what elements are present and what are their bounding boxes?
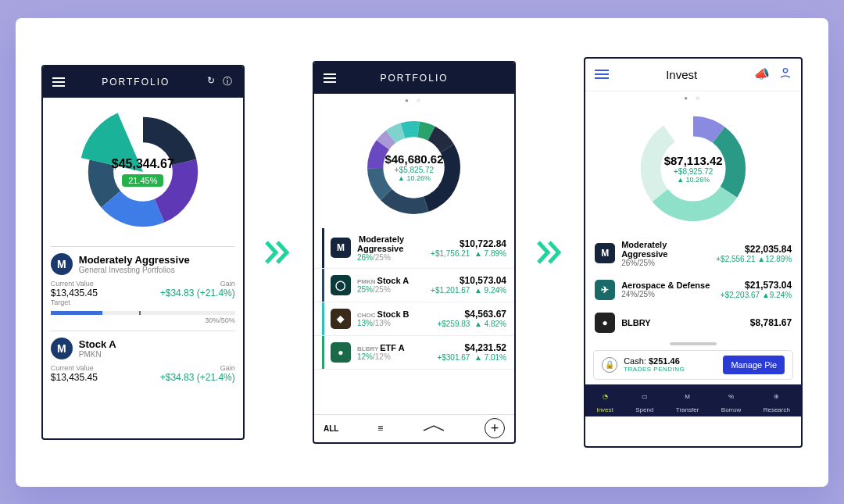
phone-screen-1: PORTFOLIO ↻ ⓘ $45,344.67 21.45% M bbox=[41, 65, 245, 440]
holding-row[interactable]: ◆ CHOCStock B 13%/13% $4,563.67 +$259.83… bbox=[314, 302, 514, 336]
holding-name: Moderately Aggressive bbox=[79, 254, 190, 266]
holding-gain: +$1,201.67 ▲ 9.24% bbox=[431, 286, 506, 295]
holding-icon: ◆ bbox=[331, 309, 351, 329]
holding-icon: M bbox=[595, 243, 615, 263]
portfolio-donut-chart[interactable]: $45,344.67 21.45% bbox=[43, 98, 243, 246]
holding-subtitle: General Investing Portfolios bbox=[79, 266, 190, 274]
page-dots[interactable]: ● ○ bbox=[585, 91, 801, 105]
header-title: PORTFOLIO bbox=[65, 77, 207, 88]
profile-icon[interactable] bbox=[779, 66, 792, 82]
sort-icon[interactable]: ≡ bbox=[377, 423, 383, 434]
current-value: $13,435.45 bbox=[51, 372, 98, 383]
holding-gain: +$259.83 ▲ 4.82% bbox=[437, 320, 506, 328]
holding-icon: ✈ bbox=[595, 280, 615, 300]
portfolio-donut-chart[interactable]: $46,680.62 +$5,825.72 ▲ 10.26% bbox=[314, 107, 514, 228]
announce-icon[interactable]: 📣 bbox=[754, 66, 770, 82]
holding-gain: +$2,203.67 ▲9.24% bbox=[721, 291, 792, 299]
holding-pct: 12%/12% bbox=[357, 352, 431, 361]
header-bar: Invest 📣 bbox=[585, 59, 801, 91]
gain-value: +$34.83 (+21.4%) bbox=[160, 372, 235, 383]
portfolio-total: $45,344.67 bbox=[112, 157, 174, 171]
borrow-icon: % bbox=[724, 389, 739, 405]
spend-icon: ▭ bbox=[637, 389, 653, 405]
research-icon: ⊕ bbox=[769, 389, 785, 405]
add-button[interactable]: + bbox=[485, 418, 505, 438]
holding-value: $10,722.84 bbox=[431, 238, 506, 249]
cash-label: Cash: $251.46 bbox=[624, 356, 685, 366]
portfolio-pct-badge: 21.45% bbox=[122, 174, 163, 187]
holding-row[interactable]: ● BLBRY $8,781.67 bbox=[585, 306, 801, 339]
invest-gain: +$8,925.72 bbox=[664, 167, 723, 176]
menu-icon[interactable] bbox=[324, 73, 336, 83]
info-icon[interactable]: ⓘ bbox=[223, 75, 234, 88]
holding-gain: +$301.67 ▲ 7.01% bbox=[437, 353, 506, 362]
invest-donut-chart[interactable]: $87,113.42 +$8,925.72 ▲ 10.26% bbox=[585, 105, 801, 234]
holding-card[interactable]: M Moderately Aggressive General Investin… bbox=[51, 246, 235, 331]
holding-value: $10,573.04 bbox=[431, 275, 506, 286]
holding-name: CHOCStock B bbox=[357, 309, 431, 319]
header-bar: PORTFOLIO ↻ ⓘ bbox=[43, 66, 243, 98]
holding-icon: ◯ bbox=[331, 275, 351, 295]
nav-transfer[interactable]: MTransfer bbox=[676, 389, 699, 413]
target-value: 30%/50% bbox=[205, 316, 235, 324]
nav-borrow[interactable]: %Borrow bbox=[721, 389, 741, 413]
nav-invest[interactable]: ◔Invest bbox=[596, 389, 613, 413]
holding-pct: 26%/25% bbox=[621, 259, 710, 267]
invest-pct: ▲ 10.26% bbox=[664, 176, 723, 184]
menu-icon[interactable] bbox=[595, 70, 609, 79]
invest-total: $87,113.42 bbox=[664, 154, 723, 167]
collapse-icon[interactable] bbox=[422, 421, 445, 435]
portfolio-pct: ▲ 10.26% bbox=[384, 174, 443, 182]
holding-row[interactable]: M Moderately Aggressive 26%/25% $10,722.… bbox=[314, 228, 514, 269]
holding-row[interactable]: M Moderately Aggressive 26%/25% $22,035.… bbox=[585, 234, 801, 273]
holding-value: $8,781.67 bbox=[750, 317, 792, 328]
holding-value: $21,573.04 bbox=[721, 280, 792, 291]
holding-pct: 24%/25% bbox=[621, 290, 714, 298]
holding-value: $4,563.67 bbox=[437, 309, 506, 320]
holding-row[interactable]: ✈ Aerospace & Defense 24%/25% $21,573.04… bbox=[585, 273, 801, 306]
refresh-icon[interactable]: ↻ bbox=[207, 75, 216, 88]
header-title: PORTFOLIO bbox=[336, 73, 492, 84]
comparison-stage: PORTFOLIO ↻ ⓘ $45,344.67 21.45% M bbox=[16, 18, 828, 487]
header-title: Invest bbox=[666, 68, 697, 81]
m-logo-icon: M bbox=[51, 338, 73, 359]
holding-card[interactable]: M Stock A PMKN Current ValueGain $13,435… bbox=[51, 331, 235, 389]
holding-icon: ● bbox=[331, 342, 351, 363]
holding-name: Moderately Aggressive bbox=[621, 240, 710, 259]
manage-pie-button[interactable]: Manage Pie bbox=[723, 356, 785, 374]
invest-icon: ◔ bbox=[597, 389, 613, 405]
holdings-list: M Moderately Aggressive General Investin… bbox=[43, 246, 243, 389]
filter-all[interactable]: ALL bbox=[324, 424, 338, 433]
nav-research[interactable]: ⊕Research bbox=[764, 389, 790, 413]
arrow-icon bbox=[264, 241, 292, 264]
holding-gain: +$1,756.21 ▲ 7.89% bbox=[431, 249, 506, 258]
target-slider[interactable] bbox=[51, 311, 235, 315]
holding-row[interactable]: ◯ PMKNStock A 25%/25% $10,573.04 +$1,201… bbox=[314, 269, 514, 302]
trades-pending: TRADES PENDING bbox=[624, 366, 685, 373]
header-bar: PORTFOLIO bbox=[314, 63, 514, 94]
phone-screen-2: PORTFOLIO ● ○ $46,680.62 +$5,825.72 ▲ 10… bbox=[313, 61, 516, 444]
svg-point-13 bbox=[784, 69, 788, 73]
holdings-list: M Moderately Aggressive 26%/25% $10,722.… bbox=[314, 228, 514, 414]
holding-gain: +$2,556.21 ▲12.89% bbox=[716, 255, 792, 263]
holding-ticker: PMKN bbox=[79, 350, 116, 359]
bottom-toolbar: ALL ≡ + bbox=[314, 414, 514, 442]
holding-name: Stock A bbox=[79, 338, 116, 350]
bottom-nav: ◔Invest▭SpendMTransfer%Borrow⊕Research bbox=[585, 384, 801, 416]
menu-icon[interactable] bbox=[52, 77, 65, 87]
holding-name: Moderately Aggressive bbox=[357, 234, 424, 253]
holdings-list: M Moderately Aggressive 26%/25% $22,035.… bbox=[585, 234, 801, 339]
holding-row[interactable]: ● BLBRYETF A 12%/12% $4,231.52 +$301.67 … bbox=[314, 336, 514, 370]
holding-pct: 26%/25% bbox=[357, 253, 424, 262]
nav-spend[interactable]: ▭Spend bbox=[635, 389, 653, 413]
holding-name: PMKNStock A bbox=[357, 276, 424, 285]
holding-name: BLBRYETF A bbox=[357, 343, 431, 352]
current-value: $13,435.45 bbox=[51, 288, 98, 298]
cash-row: 🔒 Cash: $251.46 TRADES PENDING Manage Pi… bbox=[593, 350, 793, 380]
portfolio-total: $46,680.62 bbox=[384, 152, 443, 166]
drag-handle[interactable] bbox=[670, 342, 717, 345]
portfolio-gain: +$5,825.72 bbox=[384, 166, 443, 174]
holding-value: $4,231.52 bbox=[437, 342, 506, 353]
phone-screen-3: Invest 📣 ● ○ $87,113.42 +$8,925.72 ▲ 10.… bbox=[584, 57, 803, 448]
page-dots[interactable]: ● ○ bbox=[314, 94, 514, 107]
